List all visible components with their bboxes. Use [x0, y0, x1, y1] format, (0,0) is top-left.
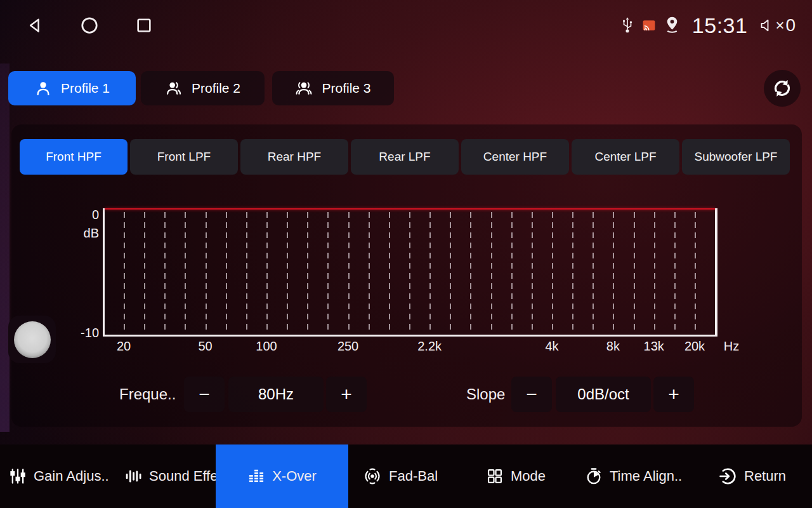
tab-front-hpf[interactable]: Front HPF [20, 139, 128, 175]
chart-gridline [226, 212, 227, 332]
user-icon [34, 79, 52, 97]
sync-refresh-icon [771, 77, 794, 100]
tab-label: Center HPF [483, 150, 547, 164]
bottom-nav-bar: Gain Adjus.. Sound Effe.. [0, 444, 812, 508]
chart-gridline [593, 212, 594, 332]
chart-gridline [307, 212, 308, 332]
slope-label: Slope [466, 377, 505, 412]
profile-1-button[interactable]: Profile 1 [8, 71, 136, 105]
chart-gridline [491, 212, 492, 332]
tab-center-hpf[interactable]: Center HPF [461, 139, 569, 175]
profile-3-button[interactable]: Profile 3 [272, 71, 394, 105]
chart-gridline [429, 212, 431, 332]
chart-x-labels: 20501002502.2k4k8k13k20k [0, 339, 812, 356]
x-axis-tick-label: 20k [684, 339, 705, 354]
slope-minus-button[interactable]: − [511, 377, 552, 412]
equalizer-icon [247, 467, 265, 485]
nav-label: X-Over [272, 468, 317, 485]
chart-gridline [450, 212, 451, 332]
chart-gridline [389, 212, 390, 332]
knob-icon [14, 321, 51, 358]
response-curve-line [105, 208, 715, 210]
chart-gridline [287, 212, 288, 332]
sound-wave-icon [124, 467, 142, 485]
android-nav-keys [25, 0, 154, 51]
y-axis-tick-neg10: -10 [65, 326, 99, 340]
profile-2-button[interactable]: Profile 2 [141, 71, 265, 105]
sync-refresh-button[interactable] [764, 70, 801, 107]
mode-grid-icon [486, 467, 504, 485]
tab-rear-lpf[interactable]: Rear LPF [351, 139, 459, 175]
x-axis-tick-label: 100 [256, 339, 277, 354]
nav-label: Fad-Bal [389, 468, 438, 485]
chart-gridline [470, 212, 471, 332]
tab-label: Front LPF [157, 150, 211, 164]
nav-label: Mode [511, 468, 546, 485]
nav-x-over[interactable]: X-Over [216, 444, 348, 508]
users-3-icon [295, 79, 313, 97]
nav-label: Sound Effe.. [149, 468, 226, 485]
chart-gridline [613, 212, 614, 332]
x-axis-tick-label: 20 [117, 339, 131, 354]
nav-gain-adjust[interactable]: Gain Adjus.. [9, 444, 109, 508]
chart-gridline [185, 212, 186, 332]
back-icon[interactable] [25, 16, 44, 35]
chart-gridline [511, 212, 513, 332]
y-axis-tick-0: 0 [75, 208, 99, 222]
chart-gridline [266, 212, 268, 332]
home-icon[interactable] [80, 16, 99, 35]
volume-muted-icon [759, 18, 774, 33]
chart-gridline [327, 212, 329, 332]
xover-settings-screen: 15:31 × 0 Profile 1 Profile 2 [0, 0, 812, 508]
x-axis-tick-label: 250 [337, 339, 358, 354]
location-icon [664, 16, 681, 35]
frequency-value: 80Hz [228, 377, 324, 412]
tab-label: Subwoofer LPF [695, 150, 778, 164]
chart-gridline [246, 212, 247, 332]
profile-label: Profile 2 [192, 81, 240, 96]
tab-rear-hpf[interactable]: Rear HPF [240, 139, 348, 175]
status-bar: 15:31 × 0 [0, 0, 812, 51]
recents-icon[interactable] [134, 16, 154, 35]
x-axis-tick-label: 50 [198, 339, 212, 354]
frequency-minus-button[interactable]: − [184, 377, 225, 412]
nav-label: Return [744, 468, 786, 485]
frequency-plus-button[interactable]: + [326, 377, 367, 412]
tab-label: Center LPF [594, 150, 656, 164]
tab-center-lpf[interactable]: Center LPF [572, 139, 679, 175]
floating-knob-button[interactable] [8, 316, 56, 363]
chart-gridline [695, 212, 696, 332]
nav-label: Gain Adjus.. [34, 468, 109, 485]
cast-icon [642, 20, 656, 31]
nav-time-alignment[interactable]: Time Align.. [585, 444, 682, 508]
tab-subwoofer-lpf[interactable]: Subwoofer LPF [682, 139, 790, 175]
chart-gridline [532, 212, 533, 332]
chart-gridline [369, 212, 370, 332]
return-arrow-icon [718, 467, 737, 486]
chart-gridline [654, 212, 655, 332]
tab-front-lpf[interactable]: Front LPF [130, 139, 238, 175]
users-2-icon [165, 79, 183, 97]
nav-return[interactable]: Return [718, 444, 786, 508]
x-axis-unit-label: Hz [717, 339, 745, 354]
nav-sound-effects[interactable]: Sound Effe.. [124, 444, 226, 508]
mute-mark: × [775, 17, 784, 34]
nav-label: Time Align.. [610, 468, 682, 485]
chart-gridline [164, 212, 166, 332]
chart-gridline [572, 212, 573, 332]
volume-level: 0 [785, 15, 796, 36]
tab-label: Front HPF [46, 150, 102, 164]
chart-gridline [409, 212, 410, 332]
status-icons-group: 15:31 × 0 [620, 0, 796, 51]
tab-label: Rear LPF [379, 150, 430, 164]
stopwatch-icon [585, 467, 603, 485]
chart-plot [103, 208, 717, 337]
x-axis-tick-label: 8k [606, 339, 620, 354]
y-axis-label: dB [69, 226, 99, 241]
slope-plus-button[interactable]: + [653, 377, 694, 412]
chart-gridline [124, 212, 125, 332]
nav-fad-bal[interactable]: Fad-Bal [363, 444, 438, 508]
profile-label: Profile 3 [322, 81, 370, 96]
nav-mode[interactable]: Mode [486, 444, 546, 508]
volume-muted-indicator[interactable]: × 0 [759, 15, 796, 36]
